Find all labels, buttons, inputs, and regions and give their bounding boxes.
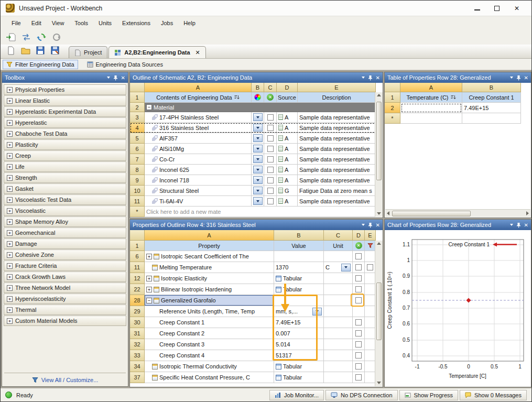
menu-units[interactable]: Units [94, 18, 116, 28]
menu-help[interactable]: Help [179, 18, 200, 28]
expand-icon[interactable]: + [7, 175, 13, 181]
expand-icon[interactable]: + [7, 230, 13, 236]
description-cell[interactable]: Sample data representative [298, 175, 376, 186]
property-row[interactable]: 22 +Bilinear Isotropic Hardening Tabular [130, 284, 383, 295]
column-header-e[interactable]: E [365, 230, 376, 241]
minimize-button[interactable] [468, 2, 486, 15]
suppress-checkbox[interactable] [267, 114, 274, 121]
table-panel-header[interactable]: Table of Properties Row 28: Generalized … [385, 72, 531, 83]
update-project-button[interactable] [50, 31, 63, 43]
temperature-header-cell[interactable]: Temperature (C) [400, 92, 462, 103]
scrollbar-thumb[interactable] [376, 283, 382, 340]
suppress-checkbox[interactable] [355, 297, 362, 303]
unit-cell[interactable]: C [324, 262, 353, 273]
column-header-c[interactable]: C [324, 230, 353, 241]
material-name-cell[interactable]: Inconel 625 [145, 165, 252, 175]
value-cell[interactable]: 5.014 [274, 339, 324, 350]
refresh-project-button[interactable] [35, 31, 48, 43]
reconnect-button[interactable] [20, 31, 32, 43]
material-name-cell[interactable]: 316 Stainless Steel [145, 123, 252, 133]
column-header-d[interactable]: D [353, 230, 365, 241]
toolbox-item-crack-growth-laws[interactable]: +Crack Growth Laws [4, 271, 126, 282]
column-header-d[interactable]: D [277, 83, 298, 92]
outline-row[interactable]: 5 AlF357 A Sample data representative [130, 133, 383, 144]
scroll-left-icon[interactable] [387, 211, 389, 215]
suppress-checkbox[interactable] [355, 352, 362, 358]
property-row[interactable]: 32 Creep Constant 3 5.014 [130, 339, 383, 350]
units-dropdown-button[interactable] [312, 308, 322, 316]
suppress-checkbox[interactable] [267, 177, 274, 183]
toolbox-item-creep[interactable]: +Creep [4, 150, 126, 161]
property-name-cell[interactable]: Reference Units (Length, Time, Temp [145, 306, 274, 317]
suppress-checkbox[interactable] [355, 374, 362, 381]
scrollbar-thumb[interactable] [392, 211, 471, 216]
description-cell[interactable]: Sample data representative [298, 112, 376, 123]
contents-header-cell[interactable]: Contents of Engineering Data [145, 92, 252, 103]
temperature-cell[interactable] [400, 103, 462, 113]
expand-icon[interactable]: + [7, 219, 13, 225]
vertical-scrollbar[interactable] [375, 92, 383, 217]
column-header-a[interactable]: A [400, 83, 462, 92]
scrollbar-thumb[interactable] [376, 102, 382, 180]
property-name-cell[interactable]: Isotropic Thermal Conductivity [145, 361, 274, 372]
scroll-down-icon[interactable] [377, 382, 381, 384]
expand-icon[interactable]: + [7, 131, 13, 137]
filter-engineering-data-button[interactable]: Filter Engineering Data [3, 60, 78, 69]
scroll-right-icon[interactable] [526, 211, 529, 215]
property-name-cell[interactable]: +Isotropic Secant Coefficient of The [145, 251, 274, 262]
add-row[interactable]: * [385, 113, 531, 124]
suppress-checkbox[interactable] [267, 135, 274, 142]
toolbox-item-geomechanical[interactable]: +Geomechanical [4, 227, 126, 238]
property-name-cell[interactable]: Creep Constant 3 [145, 339, 274, 350]
view-all-customize-link[interactable]: View All / Customize... [41, 377, 99, 383]
pin-icon[interactable] [516, 222, 521, 228]
toolbox-item-hyperelastic[interactable]: +Hyperelastic [4, 117, 126, 128]
column-header-e[interactable]: E [298, 83, 376, 92]
description-cell[interactable]: Sample data representative [298, 123, 376, 133]
outline-row[interactable]: 11 Ti-6Al-4V A Sample data representativ… [130, 196, 383, 207]
dropdown-button[interactable] [253, 197, 263, 205]
property-name-cell[interactable]: −Generalized Garofalo [145, 295, 274, 306]
expand-icon[interactable]: + [7, 285, 13, 291]
suppress-checkbox[interactable] [355, 275, 362, 281]
property-row[interactable]: 33 Creep Constant 4 51317 [130, 350, 383, 361]
expand-icon[interactable]: + [7, 153, 13, 159]
property-name-cell[interactable]: Specific Heat Constant Pressure, C [145, 372, 274, 383]
suppress-checkbox[interactable] [267, 146, 274, 152]
toolbox-item-hyperelastic-experimental-data[interactable]: +Hyperelastic Experimental Data [4, 106, 126, 117]
toolbox-item-life[interactable]: +Life [4, 161, 126, 172]
value-cell[interactable]: 7.49E+15 [274, 317, 324, 328]
unit-dropdown-button[interactable] [341, 264, 351, 271]
suppress-checkbox[interactable] [355, 264, 362, 270]
expand-icon[interactable]: + [7, 274, 13, 280]
property-name-cell[interactable]: +Bilinear Isotropic Hardening [145, 284, 274, 295]
tab-close-icon[interactable]: ✕ [196, 49, 200, 56]
close-icon[interactable]: ✕ [376, 222, 380, 228]
collapse-icon[interactable]: − [146, 104, 152, 110]
expand-icon[interactable]: + [146, 254, 152, 259]
maximize-button[interactable] [487, 2, 506, 15]
pin-icon[interactable] [113, 75, 118, 81]
expand-icon[interactable]: + [7, 120, 13, 126]
scroll-up-icon[interactable] [377, 94, 381, 96]
outline-row-selected[interactable]: 4 316 Stainless Steel A Sample data repr… [130, 123, 383, 133]
vertical-scrollbar[interactable] [375, 241, 383, 386]
value-cell[interactable]: mm, s,... [274, 306, 324, 317]
chevron-down-icon[interactable] [510, 77, 513, 79]
material-name-cell[interactable]: Structural Steel [145, 186, 252, 196]
toolbox-item-shape-memory-alloy[interactable]: +Shape Memory Alloy [4, 216, 126, 227]
show-progress-button[interactable]: Show Progress [399, 390, 459, 400]
property-row[interactable]: 34 Isotropic Thermal Conductivity Tabula… [130, 361, 383, 372]
menu-extensions[interactable]: Extensions [117, 18, 155, 28]
toolbox-item-gasket[interactable]: +Gasket [4, 183, 126, 194]
material-name-cell[interactable]: 17-4PH Stainless Steel [145, 112, 252, 123]
pin-icon[interactable] [368, 222, 373, 228]
toolbox-item-damage[interactable]: +Damage [4, 238, 126, 249]
expand-icon[interactable]: + [7, 208, 13, 214]
tab-engineering-data[interactable]: A2,B2:Engineering Data ✕ [108, 46, 206, 58]
property-row-selected[interactable]: 28 −Generalized Garofalo [130, 295, 383, 306]
creep-constant-header-cell[interactable]: Creep Constant 1 [462, 92, 521, 103]
material-group-row[interactable]: 2 −Material [130, 103, 383, 112]
dropdown-button[interactable] [253, 134, 263, 142]
toolbox-item-three-network-model[interactable]: +Three Network Model [4, 283, 126, 293]
